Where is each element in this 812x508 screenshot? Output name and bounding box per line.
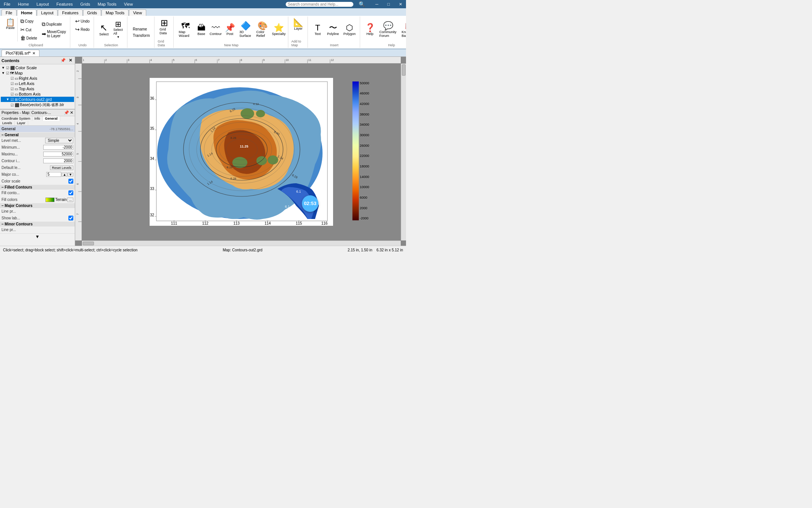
scrollbar-horizontal[interactable]	[82, 240, 401, 246]
prop-pin-btn[interactable]: 📌	[64, 110, 69, 115]
major-contours-section-header[interactable]: Major Contours	[0, 203, 75, 208]
tree-item-map[interactable]: ▼ ☑ 🗺 Map	[1, 70, 74, 76]
level-method-label: Level met...	[2, 138, 45, 143]
tree-item-top-axis[interactable]: ☑ ▭ Top Axis	[1, 86, 74, 91]
color-relief-button[interactable]: 🎨 Color Relief	[255, 21, 271, 39]
tab-layout[interactable]: Layout	[37, 9, 58, 16]
major-contours-down[interactable]: ▼	[68, 173, 73, 176]
scrollbar-h-thumb[interactable]	[83, 242, 94, 245]
text-button[interactable]: T Text	[311, 23, 324, 37]
contour-interval-input[interactable]	[43, 158, 73, 163]
tab-view[interactable]: View	[129, 9, 146, 16]
tree-item-base-vector[interactable]: ☑ ⬛ Base(vector)-河南-省界.blr	[1, 102, 74, 108]
tab-maptools[interactable]: Map Tools	[102, 9, 129, 16]
scrollbar-vertical[interactable]	[401, 64, 406, 240]
community-icon: 💬	[383, 22, 393, 30]
status-center: Map: Contours-out2.grd	[223, 248, 262, 252]
tree-item-colorscale[interactable]: ▼ ☑ ⬛ Color Scale	[1, 65, 74, 70]
color-scale-checkbox[interactable]	[68, 179, 73, 184]
tab-features[interactable]: Features	[58, 9, 82, 16]
minimum-input[interactable]	[43, 145, 73, 150]
cut-button[interactable]: ✂ Cut	[18, 26, 39, 33]
general-section-header[interactable]: General	[0, 132, 75, 137]
delete-button[interactable]: 🗑 Delete	[18, 34, 39, 42]
rename-transform-group: Rename Transform	[128, 17, 155, 48]
menu-features[interactable]: Features	[54, 1, 75, 7]
tab-home[interactable]: Home	[17, 9, 37, 16]
select-all-button[interactable]: ⊞ Select All ▼	[111, 19, 125, 40]
redo-button[interactable]: ↪ Redo	[73, 26, 91, 33]
knowledge-base-button[interactable]: 📖 Knowledge Base	[400, 21, 406, 39]
show-labels-checkbox[interactable]	[68, 216, 73, 221]
close-tab-btn[interactable]: ✕	[32, 51, 35, 55]
menu-file[interactable]: File	[2, 1, 13, 7]
polygon-button[interactable]: ⬡ Polygon	[342, 23, 358, 37]
3d-surface-button[interactable]: 🔷 3D Surface	[238, 21, 254, 39]
paste-button[interactable]: 📋 Paste	[4, 17, 18, 42]
polyline-button[interactable]: 〜 Polyline	[325, 23, 341, 37]
properties-title: Properties - Map: Contours-...	[2, 111, 64, 115]
base-button[interactable]: 🏔 Base	[195, 23, 208, 37]
movecopy-button[interactable]: ➡ Move/Copy to Layer	[40, 29, 68, 39]
reset-levels-button[interactable]: Reset Levels	[50, 166, 73, 170]
contour-button[interactable]: 〰 Contour	[209, 23, 223, 37]
transform-label: Transform	[133, 33, 150, 38]
prop-scroll-down[interactable]: ▼	[0, 233, 75, 240]
svg-text:6.1: 6.1	[285, 205, 290, 208]
copy-icon: ⧉	[20, 18, 24, 24]
duplicate-button[interactable]: ⧉ Duplicate	[40, 20, 68, 28]
scrollbar-v-thumb[interactable]	[402, 64, 406, 76]
search-input[interactable]	[286, 2, 353, 7]
copy-button[interactable]: ⧉ Copy	[18, 17, 39, 25]
svg-text:8.28: 8.28	[230, 136, 236, 140]
svg-text:4: 4	[150, 59, 152, 61]
search-icon[interactable]: 🔍	[356, 0, 367, 8]
minor-contours-section-header[interactable]: Minor Contours	[0, 222, 75, 227]
close-btn[interactable]: ✕	[397, 1, 404, 8]
tree-item-left-axis[interactable]: ☑ ▭ Left Axis	[1, 81, 74, 86]
select-button[interactable]: ↖ Select	[97, 22, 111, 37]
contents-pin-btn[interactable]: 📌	[59, 58, 67, 63]
filled-contours-section-header[interactable]: Filled Contours	[0, 185, 75, 190]
post-button[interactable]: 📌 Post	[223, 23, 237, 37]
level-method-select[interactable]: Simple	[45, 138, 73, 143]
tab-file[interactable]: File	[2, 9, 17, 16]
prop-tab-general[interactable]: General	[43, 116, 61, 121]
contents-close-btn[interactable]: ✕	[68, 58, 73, 63]
grid-data-button[interactable]: ⊞ Grid Data	[158, 17, 171, 36]
undo-button[interactable]: ↩ Undo	[73, 17, 91, 25]
menu-maptools[interactable]: Map Tools	[95, 1, 119, 7]
prop-tab-layer[interactable]: Layer	[15, 121, 28, 125]
specialty-button[interactable]: ⭐ Specialty	[272, 23, 286, 37]
layer-button[interactable]: 📐 Layer	[291, 17, 305, 32]
canvas-content[interactable]: 36 35 34 33 32 111 112 113 114 115 116	[82, 64, 401, 240]
map-wizard-button[interactable]: 🗺 Map Wizard	[177, 21, 194, 39]
major-contours-up[interactable]: ▲	[62, 173, 67, 176]
cb-34000: 34000	[360, 123, 369, 126]
prop-tab-info[interactable]: Info	[32, 116, 43, 121]
prop-tab-levels[interactable]: Levels	[0, 121, 15, 125]
prop-close-btn[interactable]: ✕	[70, 110, 73, 115]
document-tab-active[interactable]: Plot7初稿.srf* ✕	[2, 50, 39, 56]
restore-btn[interactable]: □	[385, 1, 392, 7]
transform-button[interactable]: Transform	[131, 33, 151, 38]
tree-item-bottom-axis[interactable]: ☑ ▭ Bottom Axis	[1, 91, 74, 97]
menu-grids[interactable]: Grids	[78, 1, 92, 7]
maximum-input[interactable]	[43, 152, 73, 157]
minimize-btn[interactable]: ─	[373, 1, 381, 7]
tree-item-right-axis[interactable]: ☑ ▭ Right Axis	[1, 76, 74, 81]
menu-home[interactable]: Home	[16, 1, 31, 7]
tree-item-contours[interactable]: ▼ ☑ ⊞ Contours-out2.grd	[1, 97, 74, 102]
fill-contours-checkbox[interactable]	[68, 190, 73, 195]
select-all-arrow[interactable]: ▼	[117, 35, 120, 39]
tab-grids[interactable]: Grids	[83, 9, 101, 16]
menu-layout[interactable]: Layout	[34, 1, 51, 7]
major-contours-input[interactable]	[46, 172, 61, 177]
rename-button[interactable]: Rename	[131, 26, 151, 32]
community-forum-button[interactable]: 💬 Community Forum	[377, 21, 399, 39]
fill-colors-btn[interactable]: ...	[67, 198, 73, 202]
prop-tab-coord[interactable]: Coordinate System	[0, 116, 32, 121]
menu-view[interactable]: View	[122, 1, 135, 7]
ruler-h-svg: 1 2 3 4 5 6 7 8 9	[82, 57, 401, 63]
help-button[interactable]: ❓ Help	[363, 23, 377, 37]
